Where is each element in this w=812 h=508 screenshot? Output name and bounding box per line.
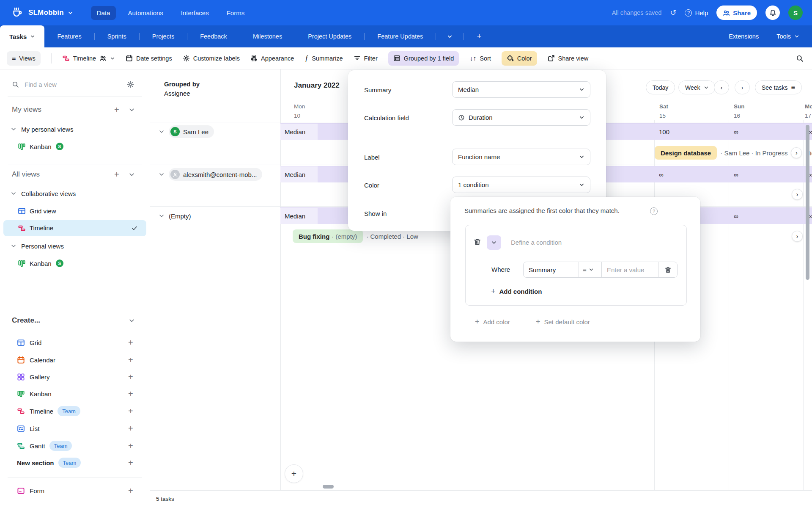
summary-select[interactable]: Median [452,81,590,98]
create-item-gantt[interactable]: Gantt Team + [0,437,150,454]
app-logo-cup-icon[interactable] [11,7,22,18]
create-plus-button[interactable]: + [128,486,133,495]
extensions-button[interactable]: Extensions [729,33,759,40]
create-item-new-section[interactable]: New section Team + [0,454,150,471]
group-row-alexsmith[interactable]: alexsmith@content-mob... [159,168,262,181]
history-icon[interactable]: ↺ [670,8,676,17]
chevron-down-icon[interactable] [159,213,165,219]
personal-views-section[interactable]: Personal views [0,240,150,252]
create-item-gallery[interactable]: Gallery + [0,368,150,385]
workspace-switcher[interactable]: SLMobbin [28,8,73,17]
filter-button[interactable]: Filter [354,55,378,62]
next-button[interactable]: › [735,80,750,94]
add-task-button[interactable]: + [285,464,303,483]
gear-icon[interactable] [127,81,134,88]
add-table-button[interactable]: + [475,32,483,41]
nav-data[interactable]: Data [91,6,116,20]
create-item-grid[interactable]: Grid + [0,334,150,351]
today-button[interactable]: Today [646,80,675,94]
sidebar-item-timeline-selected[interactable]: Timeline [3,220,146,236]
collapse-chevron-icon[interactable] [129,171,135,178]
create-plus-button[interactable]: + [128,407,133,415]
scroll-to-task-button[interactable]: › [791,147,802,158]
delete-condition-button[interactable] [658,262,678,278]
vertical-scrollbar[interactable] [806,125,809,280]
search-button[interactable] [796,55,804,62]
create-item-list[interactable]: List + [0,420,150,437]
summarize-button[interactable]: ƒ Summarize [304,55,343,62]
label-select[interactable]: Function name [452,149,590,165]
tools-menu[interactable]: Tools [776,33,799,40]
date-settings-button[interactable]: Date settings [126,55,172,62]
collapse-chevron-icon[interactable] [129,318,135,324]
chevron-down-icon[interactable] [159,129,165,135]
color-picker-button[interactable] [487,235,501,250]
my-personal-views-section[interactable]: My personal views [0,123,150,135]
task-pill[interactable]: Design database [655,146,717,160]
task-pill[interactable]: Bug fixing · (empty) [293,229,363,243]
group-row-empty[interactable]: (Empty) [159,210,191,222]
create-item-form[interactable]: Form + [0,482,150,499]
set-default-color-button[interactable]: + Set default color [536,318,590,326]
see-tasks-button[interactable]: See tasks ≡ [755,80,802,94]
create-plus-button[interactable]: + [128,458,133,467]
create-item-calendar[interactable]: Calendar + [0,351,150,368]
share-view-button[interactable]: Share view [548,55,589,62]
add-condition-button[interactable]: + Add condition [491,287,542,295]
create-plus-button[interactable]: + [128,424,133,433]
customize-labels-button[interactable]: Customize labels [183,55,240,62]
calculation-field-select[interactable]: Duration [452,109,590,126]
prev-button[interactable]: ‹ [714,80,729,94]
collapse-chevron-icon[interactable] [129,107,135,113]
notifications-button[interactable] [765,6,780,20]
tab-feedback[interactable]: Feedback [198,33,229,40]
nav-interfaces[interactable]: Interfaces [175,6,215,20]
task-design-database[interactable]: Design database · Sam Lee · In Progress … [655,146,812,160]
sort-button[interactable]: ↓↑ Sort [469,55,491,62]
create-plus-button[interactable]: + [128,442,133,450]
condition-value-input[interactable] [607,266,653,273]
views-toggle-button[interactable]: ≡ Views [7,51,41,66]
condition-operator-select[interactable]: = [579,262,602,278]
sidebar-item-kanban-2[interactable]: Kanban S [0,257,150,270]
add-view-button[interactable]: + [114,170,119,179]
grouped-by-button[interactable]: Grouped by 1 field [388,51,459,66]
tab-feature-updates[interactable]: Feature Updates [376,33,425,40]
color-button[interactable]: Color [502,51,537,66]
tab-features[interactable]: Features [55,33,83,40]
user-avatar[interactable]: S [788,6,803,20]
scroll-to-task-button[interactable]: › [792,231,803,242]
nav-automations[interactable]: Automations [122,6,169,20]
tab-overflow-chevron-icon[interactable] [447,34,453,39]
condition-field-select[interactable]: Summary [523,262,579,278]
sidebar-item-grid-view[interactable]: Grid view [0,204,150,218]
tab-milestones[interactable]: Milestones [251,33,284,40]
tab-projects[interactable]: Projects [151,33,176,40]
add-color-button[interactable]: + Add color [475,318,510,326]
horizontal-scrollbar[interactable] [323,485,334,489]
task-bug-fixing[interactable]: Bug fixing · (empty) · Completed · Low [293,229,418,243]
create-plus-button[interactable]: + [128,338,133,347]
create-plus-button[interactable]: + [128,389,133,398]
tab-sprints[interactable]: Sprints [106,33,128,40]
tab-project-updates[interactable]: Project Updates [306,33,353,40]
create-plus-button[interactable]: + [128,373,133,381]
appearance-button[interactable]: Appearance [250,55,294,62]
add-view-button[interactable]: + [114,105,119,114]
current-view-button[interactable]: Timeline [62,55,115,62]
create-item-kanban[interactable]: Kanban + [0,385,150,402]
nav-forms[interactable]: Forms [221,6,251,20]
sidebar-item-kanban-personal[interactable]: Kanban S [0,140,150,153]
create-plus-button[interactable]: + [128,356,133,364]
tab-tasks[interactable]: Tasks [0,25,44,47]
find-view-input[interactable] [25,81,96,88]
range-select[interactable]: Week [678,80,716,94]
chevron-down-icon[interactable] [159,171,165,177]
color-condition-select[interactable]: 1 condition [452,177,590,193]
create-item-timeline[interactable]: Timeline Team + [0,403,150,420]
scroll-to-task-button[interactable]: › [792,189,803,200]
help-button[interactable]: ? Help [685,9,708,17]
group-row-sam-lee[interactable]: S Sam Lee [159,125,214,138]
trash-icon[interactable] [473,238,481,246]
collaborative-views-section[interactable]: Collaborative views [0,187,150,200]
